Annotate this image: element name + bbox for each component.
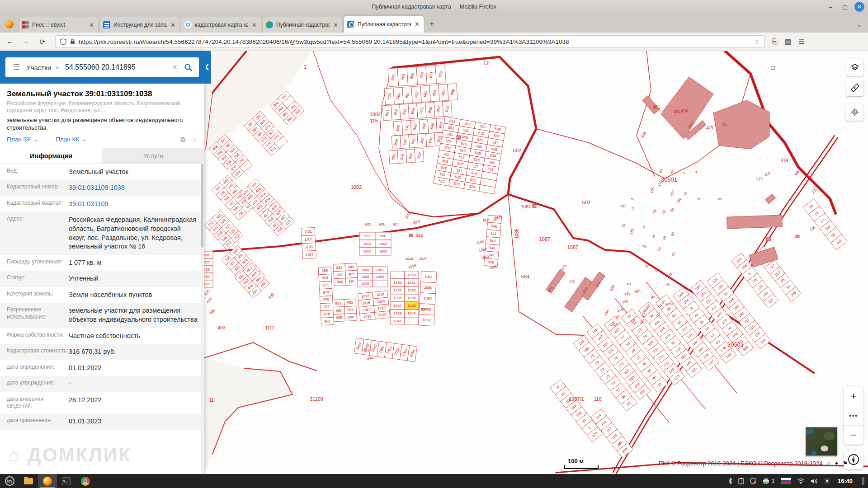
- measure-button[interactable]: [846, 79, 863, 96]
- chevron-down-icon[interactable]: ▼: [55, 65, 60, 70]
- close-tab-icon[interactable]: ✕: [170, 22, 176, 28]
- sidebar-scrollbar[interactable]: [201, 161, 204, 474]
- parcel-number: 1040: [408, 311, 416, 315]
- tracking-shield-icon[interactable]: [60, 38, 66, 45]
- scrollbar-thumb[interactable]: [201, 164, 203, 248]
- security-shield-icon[interactable]: [750, 478, 756, 484]
- info-row-label: Вид:: [0, 168, 69, 177]
- menu-icon[interactable]: ☰: [13, 62, 20, 72]
- parcel-number: 983: [348, 265, 354, 269]
- terminal-button[interactable]: $_: [57, 474, 76, 488]
- overview-minimap[interactable]: [806, 427, 837, 456]
- map-label: 63: [671, 252, 676, 257]
- building: [457, 136, 461, 139]
- cadastral-map[interactable]: 9679689699709719729599609619629639649659…: [204, 51, 868, 474]
- map-canvas[interactable]: 9679689699709719729599609619629639649659…: [204, 51, 868, 474]
- firefox-taskbar-button[interactable]: [38, 474, 57, 488]
- show-desktop-handle[interactable]: [862, 477, 864, 485]
- parcel-cell[interactable]: [405, 317, 419, 325]
- back-button[interactable]: ←: [4, 38, 16, 46]
- parcel-title: Земельный участок 39:01:031109:1038: [0, 84, 204, 100]
- search-input[interactable]: [64, 63, 172, 72]
- plan-zu-link[interactable]: План ЗУ →: [7, 136, 38, 143]
- printer-icon[interactable]: [762, 478, 770, 484]
- info-row-value: земельные участки для размещения объекто…: [69, 306, 204, 324]
- save-page-icon[interactable]: ⎘: [772, 38, 778, 46]
- info-row-value[interactable]: 39:01:031109: [69, 200, 204, 209]
- clock[interactable]: 16:40: [838, 478, 853, 484]
- close-tab-icon[interactable]: ✕: [88, 22, 95, 28]
- locate-object-button[interactable]: [846, 103, 863, 121]
- bookmark-star-icon[interactable]: ☆: [754, 38, 760, 46]
- parcel-number: 1018: [377, 306, 386, 311]
- map-favicon: [266, 21, 273, 28]
- tab-information[interactable]: Информация: [0, 148, 102, 164]
- parcel-number: 1039: [394, 311, 402, 315]
- favorite-star-icon[interactable]: ☆: [192, 136, 198, 144]
- clear-search-icon[interactable]: ✕: [172, 63, 178, 71]
- lock-icon[interactable]: [70, 38, 75, 45]
- plan-kk-link[interactable]: План КК →: [56, 136, 87, 143]
- browser-tab-3[interactable]: Публичная кадастровая к ✕: [262, 17, 343, 33]
- parcel-number: 1010: [361, 282, 369, 286]
- browser-tab-1[interactable]: Инструкция для заполнен ✕: [99, 17, 180, 33]
- parcel-cell[interactable]: [391, 271, 405, 279]
- browser-tab-4[interactable]: Публичная кадастровая к ✕: [344, 15, 424, 33]
- parcel-number: 1060: [424, 286, 433, 290]
- map-label: 39: [670, 207, 675, 213]
- map-label: 1987/1: [569, 396, 584, 402]
- layers-button[interactable]: [846, 59, 863, 76]
- zoom-out-button[interactable]: −: [844, 426, 863, 445]
- info-sidebar: ☰ Участки ▼ ✕ ❮ Земельный участок 39:01:…: [0, 51, 204, 474]
- tab-title: Риес :: object: [32, 22, 85, 28]
- brightness-icon[interactable]: [824, 478, 830, 484]
- library-icon[interactable]: ▤: [785, 38, 791, 46]
- clipboard-icon[interactable]: !: [738, 478, 744, 484]
- close-tab-icon[interactable]: ✕: [332, 22, 339, 28]
- forward-button[interactable]: →: [20, 38, 33, 46]
- window-title: Публичная кадастровая карта — Mozilla Fi…: [0, 4, 868, 10]
- reload-button[interactable]: ⟳: [36, 38, 49, 46]
- parcel-cell[interactable]: [373, 280, 387, 287]
- info-row-value[interactable]: 39:01:031109:1038: [69, 183, 204, 192]
- zoom-options-button[interactable]: •••: [844, 406, 863, 426]
- bluetooth-icon[interactable]: [728, 478, 732, 484]
- url-field[interactable]: https://pkk.rosreestr.ru/#/search/54.556…: [55, 35, 765, 48]
- close-tab-icon[interactable]: ✕: [414, 21, 420, 28]
- new-tab-button[interactable]: +: [429, 19, 434, 29]
- browser-tab-0[interactable]: Риес :: object ✕: [18, 17, 99, 33]
- url-text[interactable]: https://pkk.rosreestr.ru/#/search/54.556…: [79, 38, 750, 45]
- mint-menu-button[interactable]: lm: [0, 474, 19, 488]
- parcel-number: 1103: [305, 245, 313, 249]
- info-row-value: -: [69, 380, 204, 389]
- browser-tab-2[interactable]: G кадастровая карта калин ✕: [181, 17, 261, 33]
- maximize-button[interactable]: ▢: [840, 2, 850, 12]
- close-button[interactable]: ✕: [854, 2, 864, 12]
- minimize-button[interactable]: –: [826, 2, 835, 12]
- tab-services[interactable]: Услуги: [102, 148, 204, 164]
- map-label: 61: [627, 282, 632, 286]
- map-label: 502: [513, 148, 521, 153]
- menu-hamburger-icon[interactable]: ☰: [798, 38, 804, 46]
- map-label: 151: [620, 204, 626, 208]
- parcel-block: 1101110211031104: [301, 227, 316, 258]
- search-category[interactable]: Участки: [26, 64, 51, 71]
- file-manager-button[interactable]: [19, 474, 38, 488]
- search-icon[interactable]: [184, 63, 193, 72]
- volume-icon[interactable]: [811, 478, 818, 484]
- parcel-number: 986: [337, 280, 343, 284]
- parcel-number: 974: [323, 290, 329, 295]
- close-tab-icon[interactable]: ✕: [251, 22, 258, 28]
- keyboard-layout-flag[interactable]: [781, 478, 791, 484]
- chrome-button[interactable]: [76, 474, 95, 488]
- collapse-sidebar-chevron[interactable]: ❮: [204, 63, 210, 70]
- zoom-in-button[interactable]: +: [844, 387, 863, 406]
- tab-list-chevron-icon[interactable]: ⌄: [857, 22, 862, 28]
- search-box[interactable]: ☰ Участки ▼ ✕: [5, 57, 199, 77]
- doc-search-icon[interactable]: ⧉: [180, 136, 185, 144]
- info-row-label: дата внесения сведений:: [0, 396, 69, 410]
- map-label: 4: [695, 170, 698, 174]
- wifi-icon[interactable]: [797, 478, 805, 484]
- map-label: 49: [669, 169, 675, 174]
- parcel-panel: Земельный участок 39:01:031109:1038 Росс…: [0, 84, 204, 474]
